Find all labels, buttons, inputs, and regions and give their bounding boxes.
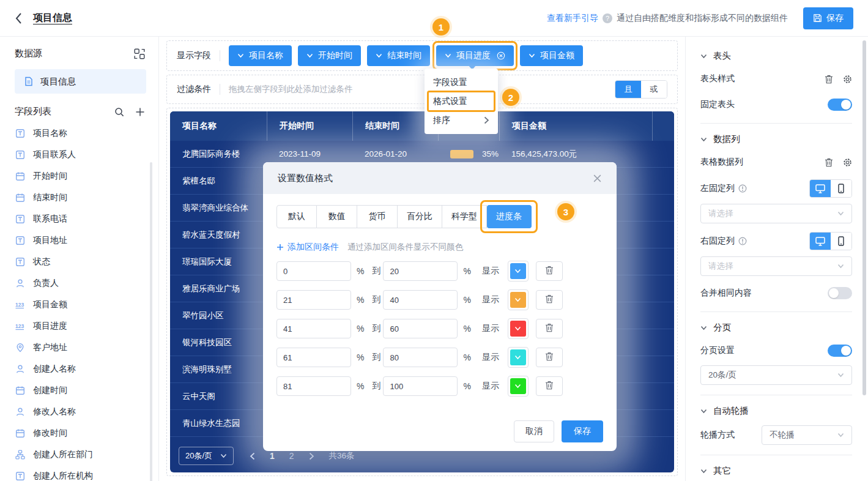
search-icon[interactable] (114, 107, 124, 117)
format-tab[interactable]: 数值 (317, 205, 357, 228)
add-range-link[interactable]: 添加区间条件 (276, 242, 339, 253)
remove-field-icon[interactable] (497, 51, 505, 60)
chevron-down-icon (220, 453, 227, 458)
right-fixed-select[interactable]: 请选择 (700, 256, 852, 276)
delete-range-button[interactable] (536, 261, 563, 281)
field-item[interactable]: 创建人名称 (15, 358, 158, 379)
gear-icon[interactable] (843, 158, 852, 167)
field-item[interactable]: 123项目金额 (15, 294, 158, 315)
section-header-tablehead[interactable]: 表头 (700, 50, 852, 62)
add-field-icon[interactable] (135, 107, 145, 117)
color-select[interactable] (508, 318, 529, 339)
next-page-icon[interactable] (309, 452, 314, 460)
range-to-input[interactable] (383, 348, 458, 367)
close-icon[interactable] (593, 174, 602, 183)
format-tab[interactable]: 进度条 (487, 205, 532, 228)
range-from-input[interactable] (276, 319, 351, 338)
page-scrollbar[interactable] (862, 40, 866, 395)
mobile-option[interactable] (831, 233, 851, 250)
field-item[interactable]: 123项目进度 (15, 315, 158, 337)
page-title[interactable]: 项目信息 (33, 12, 72, 24)
field-item[interactable]: 项目地址 (15, 229, 158, 251)
field-item[interactable]: 开始时间 (15, 165, 158, 187)
cancel-button[interactable]: 取消 (514, 420, 554, 442)
desktop-option[interactable] (810, 180, 831, 197)
display-field-chip[interactable]: 项目金额 (520, 45, 583, 66)
section-header-columns[interactable]: 数据列 (700, 133, 852, 145)
range-from-input[interactable] (276, 261, 351, 281)
prev-page-icon[interactable] (250, 452, 255, 460)
merge-toggle[interactable] (828, 287, 852, 299)
section-header-carousel[interactable]: 自动轮播 (700, 405, 852, 417)
field-item[interactable]: 联系电话 (15, 208, 158, 229)
left-fixed-select[interactable]: 请选择 (700, 204, 852, 223)
switch-datasource-icon[interactable] (134, 48, 145, 59)
field-item[interactable]: 项目名称 (15, 122, 158, 144)
field-item[interactable]: 结束时间 (15, 187, 158, 208)
page-size-select[interactable]: 20条/页 (179, 447, 234, 465)
delete-range-button[interactable] (536, 376, 563, 396)
display-field-chip[interactable]: 开始时间 (298, 45, 361, 66)
page-number[interactable]: 1 (270, 451, 275, 461)
datasource-item[interactable]: 项目信息 (15, 69, 146, 94)
help-icon[interactable]: ? (603, 13, 612, 23)
menu-item[interactable]: 字段设置 (425, 73, 498, 92)
field-item[interactable]: 客户地址 (15, 337, 158, 358)
filter-dropzone[interactable]: 拖拽左侧字段到此处添加过滤条件 (229, 84, 606, 95)
modal-save-button[interactable]: 保存 (562, 420, 603, 442)
page-number[interactable]: 2 (289, 451, 294, 461)
sidebar-scrollbar[interactable] (150, 162, 152, 481)
field-item[interactable]: 创建人所在机构 (15, 465, 158, 481)
page-size-setting-select[interactable]: 20条/页 (700, 365, 852, 385)
range-to-input[interactable] (383, 376, 458, 396)
section-header-paging[interactable]: 分页 (700, 322, 852, 334)
desktop-option[interactable] (810, 233, 831, 250)
chevron-down-icon (837, 373, 844, 378)
field-label: 状态 (33, 256, 50, 267)
format-tab[interactable]: 科学型 (442, 205, 487, 228)
display-field-chip[interactable]: 结束时间 (367, 45, 430, 66)
fixed-header-toggle[interactable] (828, 99, 852, 111)
mobile-option[interactable] (831, 180, 851, 197)
guide-link[interactable]: 查看新手引导 (547, 13, 598, 24)
plus-icon (276, 244, 284, 251)
section-header-other[interactable]: 其它 (700, 465, 852, 477)
color-select[interactable] (508, 347, 529, 368)
delete-style-icon[interactable] (825, 75, 833, 84)
gear-icon[interactable] (843, 75, 852, 84)
or-option[interactable]: 或 (641, 81, 667, 98)
range-to-input[interactable] (383, 319, 458, 338)
carousel-mode-select[interactable]: 不轮播 (762, 425, 852, 445)
delete-columns-icon[interactable] (825, 158, 833, 167)
and-option[interactable]: 且 (615, 81, 641, 98)
range-from-input[interactable] (276, 348, 351, 367)
display-field-chip[interactable]: 项目名称 (229, 45, 292, 66)
format-tab[interactable]: 百分比 (398, 205, 442, 228)
field-item[interactable]: 项目联系人 (15, 144, 158, 165)
color-select[interactable] (508, 376, 529, 397)
save-button[interactable]: 保存 (803, 7, 853, 29)
paging-toggle[interactable] (828, 345, 852, 357)
format-tab[interactable]: 货币 (357, 205, 398, 228)
range-to-input[interactable] (383, 290, 458, 310)
range-to-input[interactable] (383, 261, 458, 281)
color-select[interactable] (508, 261, 529, 282)
field-item[interactable]: 负责人 (15, 272, 158, 294)
filter-panel: 过滤条件 拖拽左侧字段到此处添加过滤条件 且 或 (166, 75, 678, 104)
range-from-input[interactable] (276, 290, 351, 310)
range-from-input[interactable] (276, 376, 351, 396)
field-item[interactable]: 修改人名称 (15, 401, 158, 422)
delete-range-button[interactable] (536, 348, 563, 367)
color-select[interactable] (508, 289, 529, 310)
delete-range-button[interactable] (536, 290, 563, 310)
field-item[interactable]: 创建时间 (15, 379, 158, 401)
back-icon[interactable] (15, 12, 22, 24)
field-item[interactable]: 状态 (15, 251, 158, 272)
field-item[interactable]: 修改时间 (15, 422, 158, 444)
field-item[interactable]: 创建人所在部门 (15, 444, 158, 465)
menu-item[interactable]: 格式设置 (425, 92, 498, 111)
display-field-chip[interactable]: 项目进度 (436, 45, 514, 66)
menu-item[interactable]: 排序 (425, 111, 498, 130)
delete-range-button[interactable] (536, 319, 563, 338)
format-tab[interactable]: 默认 (276, 205, 317, 228)
